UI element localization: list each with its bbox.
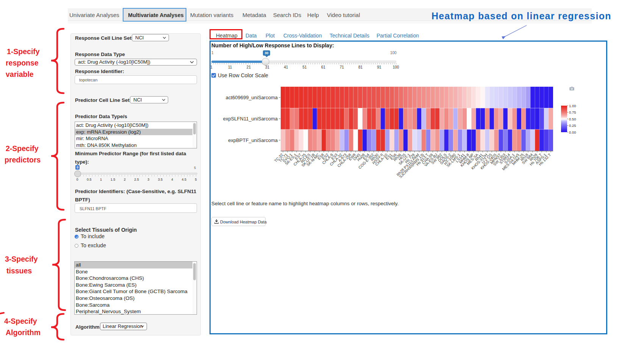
svg-text:0.25: 0.25 <box>569 123 576 128</box>
svg-text:1.00: 1.00 <box>569 104 576 108</box>
svg-text:0.50: 0.50 <box>569 117 576 121</box>
svg-text:0.00: 0.00 <box>569 130 576 134</box>
svg-text:0.75: 0.75 <box>569 110 576 114</box>
svg-text:expBPTF_uniSarcoma: expBPTF_uniSarcoma <box>228 137 278 143</box>
svg-text:expSLFN11_uniSarcoma: expSLFN11_uniSarcoma <box>223 116 278 122</box>
svg-text:act609699_uniSarcoma: act609699_uniSarcoma <box>226 95 278 100</box>
